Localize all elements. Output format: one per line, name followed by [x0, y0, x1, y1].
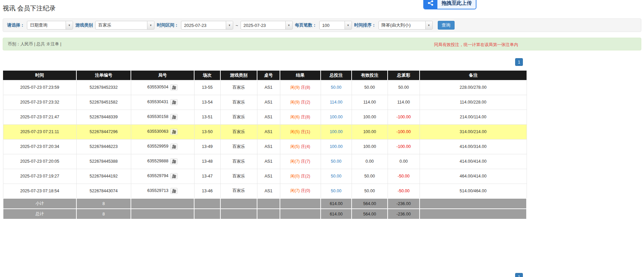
- cell-total-bet: 50.00: [321, 80, 352, 95]
- round-id-text: 635530158: [147, 114, 169, 119]
- total-bet-link[interactable]: 100.00: [330, 144, 343, 149]
- round-id-text: 635530504: [147, 85, 169, 89]
- video-camera-icon[interactable]: 🎥: [170, 188, 178, 194]
- cell-game-category: 百家乐: [220, 184, 257, 198]
- table-row: 2025-07-23 07:21:11 522678447296 6355300…: [3, 124, 527, 139]
- total-bet-link[interactable]: 100.00: [330, 129, 343, 134]
- cell-session: 13-50: [194, 124, 220, 139]
- page-size-combo[interactable]: 100 ▾: [319, 21, 352, 30]
- cell-game-category: 百家乐: [220, 95, 257, 110]
- round-id-text: 635529888: [147, 159, 169, 163]
- pagination-page-1-bottom[interactable]: 1: [515, 273, 523, 277]
- result-banker: 庄(1): [301, 129, 310, 134]
- video-camera-icon[interactable]: 🎥: [170, 158, 178, 164]
- result-banker: 庄(2): [301, 100, 310, 105]
- subtotal-label: 小计: [3, 198, 76, 209]
- chevron-down-icon[interactable]: ▾: [147, 21, 154, 29]
- subtotal-count: 8: [76, 198, 131, 209]
- col-header-valid-bet: 有效投注: [352, 71, 388, 80]
- total-bet-link[interactable]: 50.00: [331, 159, 341, 164]
- time-sort-value: 降幂(由大到小): [379, 21, 425, 29]
- video-camera-icon[interactable]: 🎥: [170, 114, 178, 120]
- cell-result: 闲(5) 庄(1): [280, 124, 321, 139]
- total-bet-link[interactable]: 50.00: [331, 85, 341, 90]
- total-bet-link[interactable]: 50.00: [331, 174, 341, 179]
- cell-total-bet: 100.00: [321, 124, 352, 139]
- chevron-down-icon[interactable]: ▾: [425, 21, 432, 29]
- date-from-picker[interactable]: 2025-07-23 ▾: [181, 21, 233, 30]
- cell-bet-id: 522678446223: [76, 139, 131, 154]
- col-header-total-bet: 总投注: [321, 71, 352, 80]
- cell-total-bet: 100.00: [321, 139, 352, 154]
- round-id-text: 635530063: [147, 129, 169, 134]
- cell-time: 2025-07-23 07:20:34: [3, 139, 76, 154]
- bet-records-table: 时间 注单编号 局号 场次 游戏类别 桌号 结果 总投注 有效投注 总派彩 备注…: [3, 71, 527, 220]
- footer-empty-cell: [257, 209, 280, 219]
- round-id-text: 635529959: [147, 144, 169, 149]
- footer-empty-cell: [280, 209, 321, 219]
- cell-bet-id: 522678448339: [76, 110, 131, 124]
- query-type-combo[interactable]: 日期查询 ▾: [27, 21, 73, 30]
- total-bet-link[interactable]: 100.00: [330, 115, 343, 119]
- cell-payout: -50.00: [388, 169, 420, 184]
- col-header-session: 场次: [194, 71, 220, 80]
- cell-bet-id: 522678452332: [76, 80, 131, 95]
- date-to-picker[interactable]: 2025-07-23 ▾: [241, 21, 293, 30]
- cell-game-category: 百家乐: [220, 154, 257, 169]
- cell-total-bet: 50.00: [321, 169, 352, 184]
- cell-bet-id: 522678451582: [76, 95, 131, 110]
- chevron-down-icon[interactable]: ▾: [345, 21, 352, 29]
- cell-session: 13-49: [194, 139, 220, 154]
- video-camera-icon[interactable]: 🎥: [170, 144, 178, 150]
- cell-result: 闲(9) 庄(8): [280, 80, 321, 95]
- upload-dropzone-button[interactable]: 拖拽至此上传: [423, 0, 476, 9]
- total-bet-link[interactable]: 50.00: [331, 189, 341, 193]
- result-player: 闲(7): [290, 188, 300, 193]
- footer-empty-cell: [257, 198, 280, 209]
- date-from-value: 2025-07-23: [181, 21, 226, 29]
- cell-payout: -100.00: [388, 110, 420, 124]
- time-sort-combo[interactable]: 降幂(由大到小) ▾: [379, 21, 433, 30]
- cell-bet-id: 522678445388: [76, 154, 131, 169]
- cell-session: 13-48: [194, 154, 220, 169]
- upload-label: 拖拽至此上传: [437, 0, 476, 9]
- col-header-game: 游戏类别: [220, 71, 257, 80]
- game-category-combo[interactable]: 百家乐 ▾: [95, 21, 154, 30]
- col-header-table: 桌号: [257, 71, 280, 80]
- cell-valid-bet: 50.00: [352, 80, 388, 95]
- footer-empty-cell: [131, 198, 194, 209]
- chevron-down-icon[interactable]: ▾: [66, 21, 73, 29]
- table-row: 2025-07-23 07:18:54 522678443074 6355297…: [3, 184, 527, 198]
- cell-payout: -100.00: [388, 139, 420, 154]
- search-button[interactable]: 查询: [438, 21, 455, 30]
- cell-total-bet: 100.00: [321, 110, 352, 124]
- round-id-text: 635529794: [147, 173, 169, 178]
- cell-table-id: AS1: [257, 80, 280, 95]
- video-camera-icon[interactable]: 🎥: [170, 84, 178, 90]
- cell-payout: 0.00: [388, 154, 420, 169]
- video-camera-icon[interactable]: 🎥: [170, 173, 178, 179]
- chevron-down-icon[interactable]: ▾: [285, 21, 292, 29]
- game-category-label: 游戏类别: [75, 22, 93, 28]
- chevron-down-icon[interactable]: ▾: [226, 21, 233, 29]
- total-bet-link[interactable]: 114.00: [330, 100, 342, 105]
- video-camera-icon[interactable]: 🎥: [170, 99, 178, 105]
- total-payout: -236.00: [388, 209, 420, 219]
- cell-session: 13-46: [194, 184, 220, 198]
- cell-remark: 314.00/214.00: [420, 124, 527, 139]
- cell-result: 闲(7) 庄(7): [280, 154, 321, 169]
- cell-round-id: 635530504🎥: [131, 80, 194, 95]
- result-player: 闲(0): [290, 174, 300, 179]
- cell-table-id: AS1: [257, 169, 280, 184]
- col-header-remark: 备注: [420, 71, 527, 80]
- video-camera-icon[interactable]: 🎥: [170, 129, 178, 135]
- result-player: 闲(7): [290, 159, 300, 164]
- result-player: 闲(9): [290, 85, 300, 90]
- result-player: 闲(5): [290, 129, 300, 134]
- subtotal-total-bet: 614.00: [321, 198, 352, 209]
- cell-game-category: 百家乐: [220, 80, 257, 95]
- cell-result: 闲(0) 庄(2): [280, 169, 321, 184]
- pagination-page-1[interactable]: 1: [515, 58, 523, 66]
- time-range-label: 时间区间：: [157, 22, 179, 28]
- subtotal-row: 小计 8 614.00 564.00 -236.00: [3, 198, 527, 209]
